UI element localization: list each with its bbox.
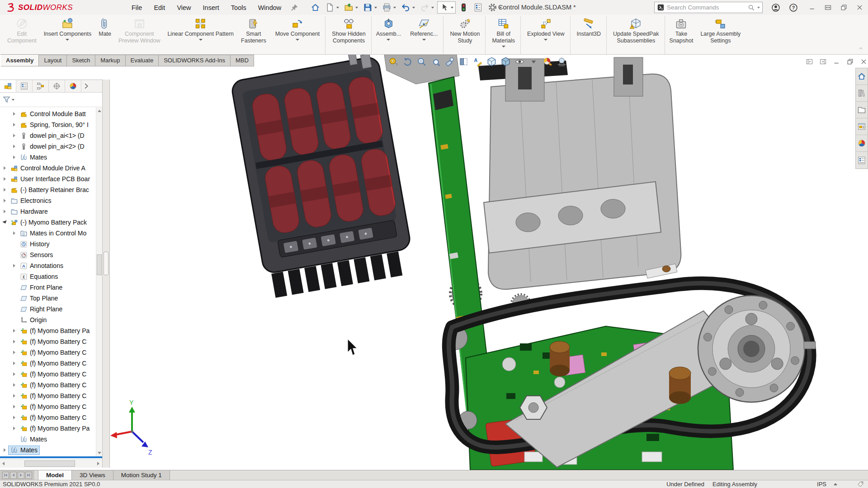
- menu-item[interactable]: File: [126, 2, 148, 14]
- menu-item[interactable]: Tools: [225, 2, 252, 14]
- expand-arrow[interactable]: [1, 448, 8, 452]
- expand-arrow[interactable]: [11, 123, 18, 127]
- tree-item[interactable]: Hardware: [0, 206, 96, 217]
- panel-tab[interactable]: [81, 80, 91, 92]
- ribbon-button[interactable]: Bill ofMaterials: [486, 16, 521, 54]
- dropdown-caret[interactable]: [431, 7, 434, 9]
- quick-toolbar-button[interactable]: [418, 1, 436, 14]
- ribbon-button[interactable]: Insert Components: [40, 16, 95, 54]
- scroll-right-arrow[interactable]: [95, 460, 102, 468]
- tree-item[interactable]: (f) Myomo Battery Pa: [0, 325, 96, 336]
- menu-item[interactable]: View: [171, 2, 197, 14]
- tree-item[interactable]: Control Module Batt: [0, 108, 96, 119]
- expand-arrow[interactable]: [1, 199, 8, 202]
- expand-arrow[interactable]: [11, 231, 18, 235]
- view-toolbar-button[interactable]: [500, 56, 512, 68]
- search-scope-icon[interactable]: [657, 4, 665, 11]
- brass-standoff[interactable]: [669, 367, 691, 404]
- dropdown-caret[interactable]: [422, 39, 426, 41]
- tree-item[interactable]: Mates in Control Mo: [0, 228, 96, 239]
- tab-nav-button[interactable]: [25, 472, 32, 479]
- tree-item[interactable]: Annotations: [0, 260, 96, 271]
- view-toolbar-button[interactable]: [387, 56, 400, 68]
- scroll-up-arrow[interactable]: [96, 108, 102, 114]
- task-pane-tab[interactable]: [856, 152, 868, 169]
- panel-tab[interactable]: [16, 80, 33, 92]
- help-icon[interactable]: [789, 3, 798, 12]
- battery-pack[interactable]: [230, 55, 416, 299]
- expand-arrow[interactable]: [11, 134, 18, 137]
- command-tab[interactable]: MBD: [231, 55, 254, 66]
- tree-item[interactable]: (f) Myomo Battery C: [0, 336, 96, 347]
- window-control-icon[interactable]: [840, 4, 848, 11]
- tab-nav-button[interactable]: [18, 472, 24, 479]
- tree-item[interactable]: (f) Myomo Battery C: [0, 347, 96, 358]
- view-toolbar-button[interactable]: [401, 56, 414, 68]
- quick-toolbar-button[interactable]: [472, 1, 485, 14]
- pin-toolbar-button[interactable]: [290, 3, 300, 13]
- ribbon-button[interactable]: Instant3D: [571, 16, 607, 54]
- view-toolbar-button[interactable]: [486, 56, 498, 68]
- command-tab[interactable]: Assembly: [1, 54, 39, 66]
- task-pane-tab[interactable]: [856, 118, 868, 135]
- quick-toolbar-button[interactable]: [309, 1, 322, 14]
- tree-item[interactable]: Front Plane: [0, 282, 96, 293]
- tree-item[interactable]: Mates: [0, 445, 96, 455]
- tree-item[interactable]: (-) Myomo Battery Pack: [0, 217, 96, 228]
- filter-dropdown-caret[interactable]: [12, 99, 14, 101]
- tree-item[interactable]: Mates: [0, 434, 96, 445]
- ribbon-button[interactable]: TakeSnapshot: [666, 16, 697, 54]
- tree-item[interactable]: (f) Myomo Battery C: [0, 412, 96, 423]
- command-tab[interactable]: Evaluate: [126, 55, 159, 66]
- dropdown-caret[interactable]: [296, 39, 299, 41]
- window-control-icon[interactable]: [824, 4, 832, 11]
- document-window-control-icon[interactable]: [833, 58, 840, 66]
- expand-arrow[interactable]: [11, 372, 18, 376]
- quick-toolbar-button[interactable]: [361, 1, 379, 14]
- command-tab[interactable]: Markup: [95, 55, 125, 66]
- panel-tab[interactable]: [49, 80, 65, 92]
- task-pane-tab[interactable]: [856, 85, 868, 102]
- search-commands-box[interactable]: [654, 2, 763, 13]
- document-tab[interactable]: Model: [38, 470, 72, 480]
- tree-item[interactable]: (-) Battery Retainer Brac: [0, 184, 96, 195]
- view-toolbar-button[interactable]: [528, 56, 540, 68]
- quick-toolbar-button[interactable]: [342, 1, 360, 14]
- tree-item[interactable]: History: [0, 239, 96, 249]
- expand-arrow[interactable]: [11, 112, 18, 116]
- quick-toolbar-button[interactable]: [437, 1, 456, 14]
- scrollbar-thumb[interactable]: [24, 460, 75, 467]
- tree-horizontal-scrollbar[interactable]: [0, 459, 102, 468]
- tree-vertical-scrollbar[interactable]: [96, 108, 102, 456]
- expand-arrow[interactable]: [1, 188, 8, 192]
- quick-toolbar-button[interactable]: [399, 1, 417, 14]
- menu-item[interactable]: Edit: [148, 2, 171, 14]
- dropdown-caret[interactable]: [393, 7, 396, 9]
- panel-tab[interactable]: [33, 80, 49, 92]
- dropdown-caret[interactable]: [544, 39, 547, 41]
- tree-item[interactable]: (f) Myomo Battery Pa: [0, 423, 96, 434]
- ribbon-button[interactable]: Referenc...: [405, 16, 443, 54]
- ribbon-button[interactable]: Mate: [95, 16, 115, 54]
- expand-arrow[interactable]: [11, 264, 18, 267]
- panel-tab[interactable]: [0, 80, 16, 92]
- quick-toolbar-button[interactable]: [380, 1, 398, 14]
- search-dropdown-caret[interactable]: [757, 7, 760, 9]
- dropdown-caret[interactable]: [387, 39, 390, 41]
- expand-arrow[interactable]: [11, 351, 18, 354]
- splitter-handle[interactable]: [104, 252, 108, 275]
- view-toolbar-button[interactable]: [429, 56, 442, 68]
- ribbon-button[interactable]: Move Component: [270, 16, 326, 54]
- graphics-area[interactable]: Y X Z: [0, 55, 868, 470]
- ribbon-button[interactable]: Assemb...: [373, 16, 405, 54]
- ribbon-button[interactable]: Large AssemblySettings: [697, 16, 744, 54]
- expand-arrow[interactable]: [11, 340, 18, 343]
- brass-standoff[interactable]: [550, 341, 570, 376]
- tree-item[interactable]: Mates: [0, 152, 96, 163]
- task-pane-tab[interactable]: [856, 68, 868, 85]
- expand-arrow[interactable]: [11, 361, 18, 365]
- document-tab[interactable]: 3D Views: [72, 470, 113, 480]
- search-icon[interactable]: [748, 4, 755, 11]
- document-tab[interactable]: Motion Study 1: [113, 470, 170, 480]
- window-control-icon[interactable]: [856, 4, 863, 11]
